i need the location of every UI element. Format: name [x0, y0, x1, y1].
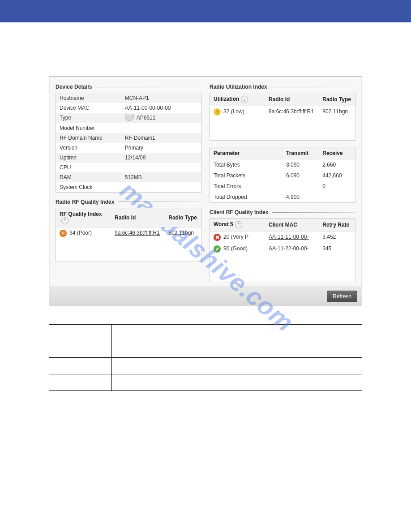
- client-mac-header[interactable]: Client MAC: [265, 219, 319, 232]
- model-value: [121, 123, 201, 133]
- client-rf-group: Client RF Quality Index Worst 5⌃ Client …: [210, 209, 355, 282]
- table-row[interactable]: ✖20 (Very P AA-11-11-00-00- 3,452: [210, 232, 355, 244]
- version-label: Version: [56, 143, 121, 153]
- table-row[interactable]: !!34 (Poor) 9a:6c:46:3b:ff:ff:R1 802.11b…: [56, 227, 201, 239]
- version-value: Primary: [121, 143, 201, 153]
- retry-rate-value: 3,452: [319, 232, 355, 244]
- radio-id-header[interactable]: Radio Id: [111, 208, 165, 227]
- desc-cell: [49, 325, 112, 341]
- error-icon: ✖: [214, 234, 221, 241]
- device-mac-value: AA-11-00-00-00-00: [121, 103, 201, 113]
- utilization-value: 32 (Low): [223, 108, 244, 115]
- table-row[interactable]: ✔90 (Good) AA-11-22-00-00- 345: [210, 243, 355, 255]
- table-row: Total Packets6,090442,660: [210, 170, 355, 181]
- stats-panel: Device Details HostnameMCN-AP1 Device MA…: [49, 76, 362, 306]
- worst5-header[interactable]: Worst 5⌃: [210, 219, 265, 232]
- uptime-label: Uptime: [56, 153, 121, 163]
- table-row: Total Dropped4,900: [210, 192, 355, 203]
- divider: [272, 212, 355, 213]
- receive-header[interactable]: Receive: [319, 147, 355, 159]
- empty-row: [210, 118, 355, 141]
- table-row: Total Bytes3,0902,660: [210, 159, 355, 171]
- cpu-value: [121, 163, 201, 172]
- radio-rf-group: Radio RF Quality Index RF Quality Index⌃…: [56, 199, 201, 262]
- description-table: [49, 324, 362, 391]
- client-rf-title: Client RF Quality Index: [210, 209, 268, 215]
- device-details-table: HostnameMCN-AP1 Device MACAA-11-00-00-00…: [56, 93, 201, 193]
- divider: [95, 87, 201, 87]
- utilization-header[interactable]: Utilization⌄: [210, 93, 265, 106]
- uptime-value: 12/14/09: [121, 153, 201, 163]
- desc-cell: [111, 374, 362, 391]
- client-mac-link[interactable]: AA-11-22-00-00-: [269, 245, 308, 252]
- rf-quality-header[interactable]: RF Quality Index⌃: [56, 208, 111, 227]
- radio-id-link[interactable]: 9a:6c:46:3b:ff:ff:R1: [115, 230, 160, 236]
- sort-indicator-icon[interactable]: ⌃: [61, 217, 68, 224]
- param-name: Total Bytes: [210, 159, 283, 171]
- radio-util-title: Radio Utilization Index: [210, 84, 267, 90]
- radio-id-link[interactable]: 9a:6c:46:3b:ff:ff:R1: [269, 108, 314, 115]
- caution-icon: !: [214, 108, 221, 116]
- retry-rate-header[interactable]: Retry Rate: [319, 219, 355, 232]
- rfdomain-value[interactable]: RF-Domain1: [121, 133, 201, 143]
- divider: [271, 87, 355, 87]
- transmit-value: 6,090: [283, 170, 319, 181]
- receive-value: [319, 192, 355, 203]
- receive-value: 2,660: [319, 159, 355, 171]
- desc-cell: [49, 374, 112, 391]
- param-name: Total Packets: [210, 170, 283, 181]
- radio-type-value: 802.11bgn: [319, 106, 355, 118]
- device-details-title: Device Details: [56, 84, 92, 90]
- hostname-value: MCN-AP1: [121, 93, 201, 103]
- sort-indicator-icon[interactable]: ⌄: [241, 96, 248, 103]
- refresh-button[interactable]: Refresh: [327, 291, 357, 302]
- hostname-label: Hostname: [56, 93, 121, 103]
- transmit-value: [283, 181, 319, 192]
- receive-value: 0: [319, 181, 355, 192]
- rfdomain-label: RF Domain Name: [56, 133, 121, 143]
- client-mac-link[interactable]: AA-11-11-00-00-: [269, 234, 308, 240]
- desc-cell: [49, 358, 112, 374]
- desc-cell: [111, 358, 362, 374]
- radio-type-header[interactable]: Radio Type: [165, 208, 201, 227]
- divider: [118, 202, 201, 202]
- desc-cell: [111, 341, 362, 358]
- parameter-table: Parameter Transmit Receive Total Bytes3,…: [210, 147, 355, 203]
- radio-util-group: Radio Utilization Index Utilization⌄ Rad…: [210, 84, 355, 141]
- desc-cell: [111, 325, 362, 341]
- radio-rf-title: Radio RF Quality Index: [56, 199, 114, 205]
- empty-row: [56, 239, 201, 262]
- warning-icon: !!: [60, 230, 67, 237]
- parameter-group: Parameter Transmit Receive Total Bytes3,…: [210, 147, 355, 203]
- param-name: Total Dropped: [210, 192, 283, 203]
- header-bar: [0, 0, 411, 22]
- desc-cell: [49, 341, 112, 358]
- receive-value: 442,660: [319, 170, 355, 181]
- worst5-value: 90 (Good): [223, 245, 248, 252]
- ram-value: 512MB: [121, 172, 201, 182]
- radio-type-value: 802.11bgn: [165, 227, 201, 239]
- parameter-header[interactable]: Parameter: [210, 147, 283, 159]
- worst5-value: 20 (Very P: [223, 234, 248, 240]
- model-label: Model Number: [56, 123, 121, 133]
- access-point-icon: [125, 115, 134, 121]
- cpu-label: CPU: [56, 163, 121, 172]
- clock-value: [121, 182, 201, 193]
- device-details-group: Device Details HostnameMCN-AP1 Device MA…: [56, 84, 201, 193]
- check-icon: ✔: [214, 245, 221, 253]
- type-value: AP6511: [121, 113, 201, 123]
- device-mac-label: Device MAC: [56, 103, 121, 113]
- transmit-value: 4,900: [283, 192, 319, 203]
- transmit-header[interactable]: Transmit: [283, 147, 319, 159]
- table-row: Total Errors0: [210, 181, 355, 192]
- radio-id-header[interactable]: Radio Id: [265, 93, 319, 106]
- radio-rf-table: RF Quality Index⌃ Radio Id Radio Type !!…: [56, 208, 201, 262]
- radio-type-header[interactable]: Radio Type: [319, 93, 355, 106]
- empty-row: [210, 255, 355, 282]
- retry-rate-value: 345: [319, 243, 355, 255]
- type-label: Type: [56, 113, 121, 123]
- client-rf-table: Worst 5⌃ Client MAC Retry Rate ✖20 (Very…: [210, 218, 355, 282]
- transmit-value: 3,090: [283, 159, 319, 171]
- sort-indicator-icon[interactable]: ⌃: [235, 221, 242, 228]
- table-row[interactable]: !32 (Low) 9a:6c:46:3b:ff:ff:R1 802.11bgn: [210, 106, 355, 118]
